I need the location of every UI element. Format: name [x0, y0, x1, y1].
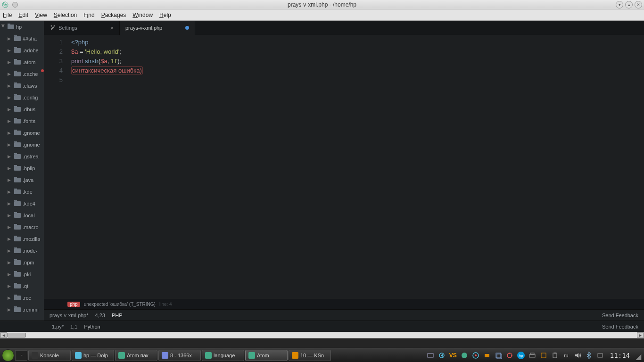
tree-folder[interactable]: ▶.kde	[0, 186, 44, 197]
close-icon[interactable]: ×	[110, 25, 114, 32]
linter-bar: php unexpected 'ошибка' (T_STRING) line:…	[44, 299, 644, 309]
tray-icon[interactable]: VS	[449, 351, 457, 360]
chevron-right-icon: ▶	[8, 272, 12, 277]
taskbar-task[interactable]: Konsole	[28, 350, 71, 361]
titlebar: prays-v-xml.php - /home/hp ▾ ▴ ✕	[0, 0, 644, 9]
status-bar-lower: 1.py* 1,1 Python Send Feedback	[0, 321, 644, 332]
taskbar-task[interactable]: language	[202, 350, 244, 361]
menu-find[interactable]: Find	[83, 12, 94, 18]
tree-folder[interactable]: ▶.macro	[0, 221, 44, 233]
tree-root[interactable]: ▶ hp	[0, 21, 44, 33]
code-content[interactable]: <?php $a = 'Hello, world'; print strstr(…	[67, 35, 644, 299]
status-filename[interactable]: prays-v-xml.php*	[50, 313, 89, 318]
tree-folder[interactable]: ▶.config	[0, 91, 44, 103]
menu-window[interactable]: Window	[132, 12, 153, 18]
taskbar-task[interactable]: Atom пак	[115, 350, 157, 361]
status-cursor-pos[interactable]: 4,23	[95, 313, 105, 318]
tree-folder[interactable]: ▶.java	[0, 174, 44, 186]
tree-folder[interactable]: ▶.qt	[0, 280, 44, 292]
tree-folder[interactable]: ▶.claws	[0, 80, 44, 91]
status-language[interactable]: PHP	[112, 313, 123, 318]
folder-icon	[14, 248, 21, 253]
tray-icon[interactable]	[528, 351, 537, 360]
tree-folder[interactable]: ▶.mozilla	[0, 233, 44, 245]
tree-view[interactable]: ▶ hp ▶##sha▶.adobe▶.atom▶.cache▶.claws▶.…	[0, 21, 44, 321]
tree-folder[interactable]: ▶.npm	[0, 256, 44, 268]
send-feedback-link[interactable]: Send Feedback	[602, 313, 638, 318]
tree-folder-label: .gnome	[23, 130, 40, 136]
tray-icon[interactable]	[494, 351, 503, 360]
tree-folder[interactable]: ▶.local	[0, 209, 44, 221]
taskbar: ⋯ Konsolehp — DolpAtom пак8 - 1366xlangu…	[0, 348, 644, 362]
menu-help[interactable]: Help	[159, 12, 171, 18]
tray-icon[interactable]	[483, 351, 491, 360]
tab-settings[interactable]: Settings ×	[44, 21, 120, 35]
send-feedback-link-2[interactable]: Send Feedback	[602, 324, 638, 329]
taskbar-task[interactable]: 8 - 1366x	[158, 350, 201, 361]
tree-folder[interactable]: ▶.gstrea	[0, 150, 44, 162]
scroll-track[interactable]	[7, 332, 637, 338]
tray-icon[interactable]	[539, 351, 548, 360]
tray-icon[interactable]	[438, 351, 446, 360]
status-language-2[interactable]: Python	[84, 324, 100, 329]
tab-file[interactable]: prays-v-xml.php	[120, 21, 195, 35]
code-editor[interactable]: 1 2 3 4 5 <?php $a = 'Hello, world'; pri…	[44, 35, 644, 299]
tree-folder[interactable]: ▶.atom	[0, 56, 44, 68]
taskbar-task[interactable]: hp — Dolp	[72, 350, 114, 361]
tree-folder[interactable]: ▶.gnome	[0, 127, 44, 139]
scroll-right-button[interactable]: ▶	[637, 332, 644, 338]
folder-icon	[14, 201, 21, 206]
folder-icon	[14, 166, 21, 171]
tree-folder-label: .npm	[23, 260, 34, 265]
panel-menu-icon[interactable]: ◢	[636, 352, 642, 359]
tree-folder[interactable]: ▶.cache	[0, 68, 44, 80]
taskbar-task[interactable]: 10 — KSn	[289, 350, 331, 361]
chevron-right-icon: ▶	[8, 189, 12, 194]
tray-icon[interactable]	[426, 351, 435, 360]
keyboard-layout[interactable]: ru	[562, 351, 570, 360]
tree-folder[interactable]: ▶.fonts	[0, 115, 44, 127]
status-filename-2[interactable]: 1.py*	[52, 324, 64, 329]
chevron-right-icon: ▶	[8, 225, 12, 230]
tree-folder[interactable]: ▶.dbus	[0, 103, 44, 115]
hp-icon[interactable]: hp	[517, 351, 525, 360]
volume-icon[interactable]	[573, 351, 582, 360]
clipboard-icon[interactable]	[551, 351, 559, 360]
pager[interactable]: ⋯	[15, 350, 27, 361]
folder-icon	[14, 284, 21, 288]
taskbar-task[interactable]: Atom	[245, 350, 288, 361]
maximize-button[interactable]: ▴	[625, 1, 633, 8]
scroll-left-button[interactable]: ◀	[0, 332, 7, 338]
start-button[interactable]	[2, 349, 14, 362]
tree-folder[interactable]: ▶.pki	[0, 268, 44, 280]
tree-folder[interactable]: ▶.hplip	[0, 162, 44, 174]
tree-folder[interactable]: ▶.rcc	[0, 292, 44, 304]
status-cursor-pos-2[interactable]: 1,1	[70, 324, 77, 329]
minimize-button[interactable]: ▾	[616, 1, 623, 8]
close-button[interactable]: ✕	[635, 1, 642, 8]
menu-selection[interactable]: Selection	[54, 12, 77, 18]
task-icon	[248, 352, 255, 359]
tree-folder-label: .config	[23, 95, 38, 100]
tray-icon[interactable]	[505, 351, 514, 360]
linter-line-info: line: 4	[159, 302, 172, 307]
scroll-thumb[interactable]	[7, 333, 26, 337]
tray-icon[interactable]	[460, 351, 469, 360]
svg-rect-15	[529, 354, 535, 357]
tray-icon[interactable]	[596, 351, 604, 360]
tree-folder[interactable]: ▶##sha	[0, 33, 44, 44]
tree-folder[interactable]: ▶.gnome	[0, 139, 44, 150]
menu-edit[interactable]: Edit	[18, 12, 28, 18]
menu-file[interactable]: File	[3, 12, 12, 18]
tree-folder[interactable]: ▶.adobe	[0, 44, 44, 56]
tray-icon[interactable]	[471, 351, 480, 360]
horizontal-scrollbar[interactable]: ◀ ▶	[0, 332, 644, 338]
clock[interactable]: 11:14	[607, 352, 633, 359]
bluetooth-icon[interactable]	[585, 351, 593, 360]
tree-folder[interactable]: ▶.remmi	[0, 304, 44, 315]
menu-view[interactable]: View	[35, 12, 47, 18]
menu-packages[interactable]: Packages	[101, 12, 126, 18]
tree-folder[interactable]: ▶.node-	[0, 245, 44, 256]
tree-folder[interactable]: ▶.kde4	[0, 197, 44, 209]
chevron-right-icon: ▶	[8, 201, 12, 206]
